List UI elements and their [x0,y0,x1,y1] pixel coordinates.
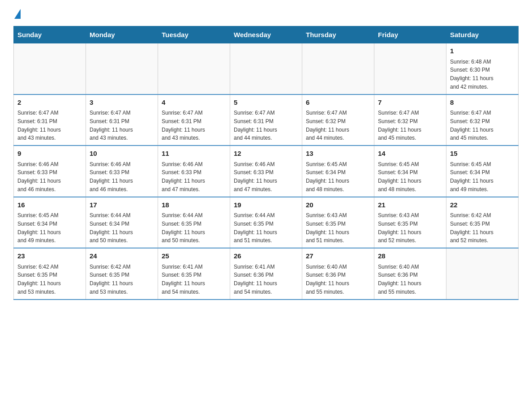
calendar-day-cell: 14Sunrise: 6:45 AM Sunset: 6:34 PM Dayli… [374,146,446,197]
calendar-week-row: 9Sunrise: 6:46 AM Sunset: 6:33 PM Daylig… [14,146,519,197]
weekday-header: Friday [374,26,446,43]
calendar-day-cell: 17Sunrise: 6:44 AM Sunset: 6:34 PM Dayli… [86,197,158,248]
day-info: Sunrise: 6:47 AM Sunset: 6:31 PM Dayligh… [234,110,277,141]
calendar-day-cell: 20Sunrise: 6:43 AM Sunset: 6:35 PM Dayli… [302,197,374,248]
day-info: Sunrise: 6:45 AM Sunset: 6:34 PM Dayligh… [450,161,493,193]
day-info: Sunrise: 6:47 AM Sunset: 6:32 PM Dayligh… [378,110,421,141]
day-number: 7 [378,98,442,108]
day-number: 16 [17,200,82,210]
day-info: Sunrise: 6:47 AM Sunset: 6:31 PM Dayligh… [17,110,61,141]
calendar-header-row: SundayMondayTuesdayWednesdayThursdayFrid… [14,26,519,43]
day-number: 3 [90,98,154,108]
day-number: 21 [378,200,442,210]
calendar-day-cell [446,248,519,300]
calendar-day-cell: 15Sunrise: 6:45 AM Sunset: 6:34 PM Dayli… [446,146,519,197]
day-number: 28 [378,251,442,261]
calendar-day-cell: 13Sunrise: 6:45 AM Sunset: 6:34 PM Dayli… [302,146,374,197]
day-number: 22 [450,200,515,210]
weekday-header: Tuesday [158,26,230,43]
calendar-day-cell [230,43,302,94]
calendar-day-cell: 24Sunrise: 6:42 AM Sunset: 6:35 PM Dayli… [86,248,158,300]
day-number: 24 [90,251,154,261]
day-number: 12 [234,149,298,159]
calendar-day-cell: 10Sunrise: 6:46 AM Sunset: 6:33 PM Dayli… [86,146,158,197]
day-info: Sunrise: 6:41 AM Sunset: 6:36 PM Dayligh… [234,264,277,295]
weekday-header: Monday [86,26,158,43]
calendar-day-cell: 12Sunrise: 6:46 AM Sunset: 6:33 PM Dayli… [230,146,302,197]
day-info: Sunrise: 6:43 AM Sunset: 6:35 PM Dayligh… [378,212,421,244]
calendar-day-cell: 9Sunrise: 6:46 AM Sunset: 6:33 PM Daylig… [14,146,86,197]
day-info: Sunrise: 6:40 AM Sunset: 6:36 PM Dayligh… [378,264,421,295]
day-info: Sunrise: 6:46 AM Sunset: 6:33 PM Dayligh… [17,161,61,193]
calendar-day-cell: 18Sunrise: 6:44 AM Sunset: 6:35 PM Dayli… [158,197,230,248]
weekday-header: Wednesday [230,26,302,43]
calendar-week-row: 23Sunrise: 6:42 AM Sunset: 6:35 PM Dayli… [14,248,519,300]
day-info: Sunrise: 6:45 AM Sunset: 6:34 PM Dayligh… [17,212,61,244]
day-info: Sunrise: 6:46 AM Sunset: 6:33 PM Dayligh… [234,161,277,193]
day-info: Sunrise: 6:44 AM Sunset: 6:35 PM Dayligh… [162,212,205,244]
day-number: 26 [234,251,298,261]
day-info: Sunrise: 6:46 AM Sunset: 6:33 PM Dayligh… [162,161,205,193]
calendar-day-cell: 7Sunrise: 6:47 AM Sunset: 6:32 PM Daylig… [374,94,446,146]
day-number: 27 [306,251,370,261]
calendar-week-row: 2Sunrise: 6:47 AM Sunset: 6:31 PM Daylig… [14,94,519,146]
day-info: Sunrise: 6:45 AM Sunset: 6:34 PM Dayligh… [306,161,349,193]
day-info: Sunrise: 6:44 AM Sunset: 6:34 PM Dayligh… [90,212,133,244]
calendar-day-cell [158,43,230,94]
logo-triangle-icon [14,9,21,19]
calendar-table: SundayMondayTuesdayWednesdayThursdayFrid… [13,26,519,300]
calendar-week-row: 1Sunrise: 6:48 AM Sunset: 6:30 PM Daylig… [14,43,519,94]
day-number: 18 [162,200,226,210]
day-number: 20 [306,200,370,210]
day-info: Sunrise: 6:42 AM Sunset: 6:35 PM Dayligh… [450,212,493,244]
calendar-day-cell: 21Sunrise: 6:43 AM Sunset: 6:35 PM Dayli… [374,197,446,248]
day-number: 9 [17,149,82,159]
day-info: Sunrise: 6:47 AM Sunset: 6:32 PM Dayligh… [306,110,349,141]
day-number: 15 [450,149,515,159]
calendar-day-cell [374,43,446,94]
calendar-day-cell: 11Sunrise: 6:46 AM Sunset: 6:33 PM Dayli… [158,146,230,197]
day-info: Sunrise: 6:44 AM Sunset: 6:35 PM Dayligh… [234,212,277,244]
calendar-day-cell: 2Sunrise: 6:47 AM Sunset: 6:31 PM Daylig… [14,94,86,146]
day-info: Sunrise: 6:40 AM Sunset: 6:36 PM Dayligh… [306,264,349,295]
page-header [13,9,519,17]
weekday-header: Thursday [302,26,374,43]
day-info: Sunrise: 6:48 AM Sunset: 6:30 PM Dayligh… [450,59,493,90]
day-info: Sunrise: 6:47 AM Sunset: 6:32 PM Dayligh… [450,110,493,141]
day-number: 2 [17,98,82,108]
calendar-day-cell: 8Sunrise: 6:47 AM Sunset: 6:32 PM Daylig… [446,94,519,146]
calendar-day-cell: 19Sunrise: 6:44 AM Sunset: 6:35 PM Dayli… [230,197,302,248]
day-number: 11 [162,149,226,159]
calendar-day-cell: 25Sunrise: 6:41 AM Sunset: 6:35 PM Dayli… [158,248,230,300]
day-info: Sunrise: 6:47 AM Sunset: 6:31 PM Dayligh… [162,110,205,141]
day-number: 6 [306,98,370,108]
calendar-week-row: 16Sunrise: 6:45 AM Sunset: 6:34 PM Dayli… [14,197,519,248]
calendar-day-cell [86,43,158,94]
calendar-day-cell: 3Sunrise: 6:47 AM Sunset: 6:31 PM Daylig… [86,94,158,146]
day-number: 19 [234,200,298,210]
logo [13,9,21,17]
calendar-day-cell: 4Sunrise: 6:47 AM Sunset: 6:31 PM Daylig… [158,94,230,146]
day-info: Sunrise: 6:46 AM Sunset: 6:33 PM Dayligh… [90,161,133,193]
day-info: Sunrise: 6:41 AM Sunset: 6:35 PM Dayligh… [162,264,205,295]
calendar-day-cell: 26Sunrise: 6:41 AM Sunset: 6:36 PM Dayli… [230,248,302,300]
day-info: Sunrise: 6:47 AM Sunset: 6:31 PM Dayligh… [90,110,133,141]
day-number: 23 [17,251,82,261]
day-number: 10 [90,149,154,159]
day-number: 1 [450,46,515,56]
day-info: Sunrise: 6:45 AM Sunset: 6:34 PM Dayligh… [378,161,421,193]
calendar-day-cell [302,43,374,94]
calendar-day-cell: 27Sunrise: 6:40 AM Sunset: 6:36 PM Dayli… [302,248,374,300]
day-number: 17 [90,200,154,210]
calendar-day-cell: 5Sunrise: 6:47 AM Sunset: 6:31 PM Daylig… [230,94,302,146]
calendar-day-cell: 28Sunrise: 6:40 AM Sunset: 6:36 PM Dayli… [374,248,446,300]
day-number: 25 [162,251,226,261]
day-info: Sunrise: 6:43 AM Sunset: 6:35 PM Dayligh… [306,212,349,244]
calendar-day-cell [14,43,86,94]
day-info: Sunrise: 6:42 AM Sunset: 6:35 PM Dayligh… [90,264,133,295]
calendar-day-cell: 23Sunrise: 6:42 AM Sunset: 6:35 PM Dayli… [14,248,86,300]
day-number: 14 [378,149,442,159]
day-number: 4 [162,98,226,108]
calendar-day-cell: 1Sunrise: 6:48 AM Sunset: 6:30 PM Daylig… [446,43,519,94]
day-number: 8 [450,98,515,108]
